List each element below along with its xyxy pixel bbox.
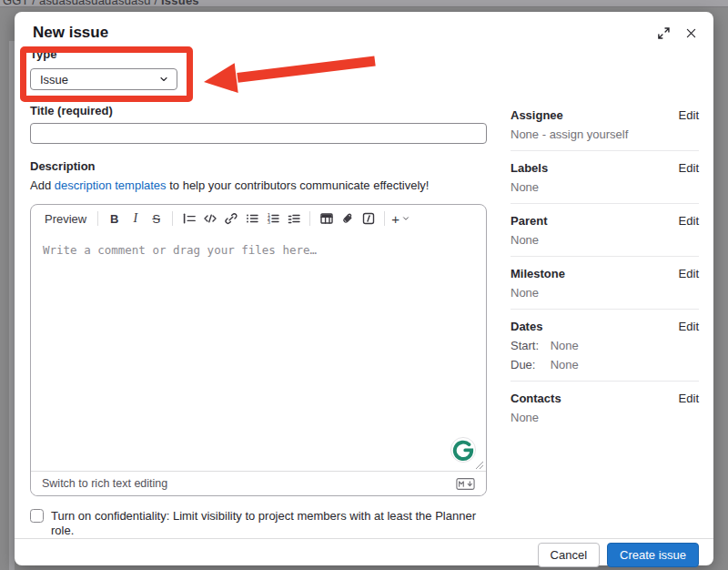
- confidentiality-checkbox[interactable]: [30, 509, 44, 523]
- plus-icon: +: [391, 211, 399, 227]
- italic-icon[interactable]: I: [125, 209, 146, 229]
- description-label: Description: [30, 160, 487, 173]
- close-icon[interactable]: [682, 25, 699, 41]
- type-select-value: Issue: [40, 73, 68, 87]
- assignee-title: Assignee: [511, 108, 563, 122]
- sidebar-section-contacts: Contacts Edit None: [511, 392, 699, 433]
- modal-title: New issue: [33, 24, 695, 42]
- bold-icon[interactable]: B: [104, 209, 125, 229]
- milestone-title: Milestone: [511, 267, 565, 280]
- breadcrumb: GGT / asdasdasdadasdasd / Issues: [3, 0, 199, 7]
- strikethrough-icon[interactable]: S: [146, 209, 167, 229]
- title-input[interactable]: [30, 123, 487, 144]
- modal-footer: Cancel Create issue: [15, 538, 713, 570]
- sidebar-section-labels: Labels Edit None: [511, 161, 699, 204]
- code-icon[interactable]: [199, 209, 220, 229]
- editor-toolbar: Preview B I S: [31, 205, 486, 232]
- milestone-value: None: [511, 286, 699, 300]
- type-label: Type: [30, 48, 487, 61]
- breadcrumb-current: Issues: [161, 0, 199, 7]
- type-select[interactable]: Issue: [30, 68, 177, 90]
- sidebar-section-dates: Dates Edit Start: None Due: None: [511, 320, 699, 382]
- due-date-value: None: [551, 358, 579, 372]
- due-date-label: Due:: [511, 358, 547, 372]
- dimmed-page-header: GGT / asdasdasdadasdasd / Issues: [0, 0, 728, 7]
- attach-icon[interactable]: [337, 209, 358, 229]
- new-issue-modal: New issue Type Issue: [15, 12, 713, 565]
- grammarly-icon[interactable]: [450, 436, 477, 463]
- title-label: Title (required): [30, 105, 487, 117]
- markdown-editor: Preview B I S: [30, 204, 487, 496]
- preview-button[interactable]: Preview: [39, 209, 92, 229]
- toolbar-divider: [97, 211, 98, 226]
- modal-body: Type Issue Title (required) Description …: [15, 48, 713, 538]
- description-templates-link[interactable]: description templates: [55, 178, 167, 192]
- chevron-down-icon: [158, 74, 169, 85]
- milestone-edit-button[interactable]: Edit: [679, 267, 699, 280]
- resize-handle[interactable]: [475, 461, 484, 470]
- start-date-label: Start:: [511, 339, 547, 352]
- create-issue-button[interactable]: Create issue: [607, 543, 699, 567]
- svg-text:3: 3: [268, 219, 270, 225]
- switch-rich-text-link[interactable]: Switch to rich text editing: [42, 477, 167, 490]
- toolbar-divider: [309, 211, 310, 226]
- confidentiality-row: Turn on confidentiality: Limit visibilit…: [30, 509, 487, 538]
- toolbar-divider: [172, 211, 173, 226]
- quick-action-icon[interactable]: [358, 209, 379, 229]
- description-field: Description Add description templates to…: [30, 160, 487, 193]
- sidebar-section-milestone: Milestone Edit None: [511, 267, 699, 310]
- bullet-list-icon[interactable]: [241, 209, 262, 229]
- breadcrumb-trail: GGT / asdasdasdadasdasd /: [3, 0, 161, 7]
- editor-footer: Switch to rich text editing: [31, 471, 486, 495]
- helper-prefix: Add: [30, 178, 55, 192]
- labels-value: None: [511, 180, 699, 194]
- parent-title: Parent: [511, 214, 547, 228]
- contacts-title: Contacts: [511, 392, 561, 405]
- title-field: Title (required): [30, 105, 487, 144]
- parent-value: None: [511, 233, 699, 247]
- labels-edit-button[interactable]: Edit: [679, 161, 699, 175]
- start-date-value: None: [551, 339, 579, 352]
- table-icon[interactable]: [316, 209, 337, 229]
- sidebar-section-assignee: Assignee Edit None - assign yourself: [511, 108, 699, 151]
- more-options-button[interactable]: +: [390, 209, 411, 229]
- parent-edit-button[interactable]: Edit: [679, 214, 699, 228]
- sidebar-section-parent: Parent Edit None: [511, 214, 699, 257]
- helper-suffix: to help your contributors communicate ef…: [167, 178, 430, 192]
- task-list-icon[interactable]: [283, 209, 304, 229]
- link-icon[interactable]: [220, 209, 241, 229]
- markdown-icon: [456, 478, 475, 490]
- dates-edit-button[interactable]: Edit: [679, 320, 699, 333]
- confidentiality-label: Turn on confidentiality: Limit visibilit…: [51, 509, 487, 538]
- assignee-value[interactable]: None - assign yourself: [511, 127, 699, 141]
- expand-icon[interactable]: [655, 25, 672, 41]
- issue-form: Type Issue Title (required) Description …: [30, 48, 487, 538]
- cancel-button[interactable]: Cancel: [538, 543, 600, 567]
- textarea-placeholder: Write a comment or drag your files here…: [43, 243, 317, 257]
- toolbar-divider: [384, 211, 385, 226]
- assignee-edit-button[interactable]: Edit: [679, 108, 699, 122]
- modal-header: New issue: [15, 12, 713, 48]
- issue-sidebar: Assignee Edit None - assign yourself Lab…: [511, 48, 699, 538]
- description-helper: Add description templates to help your c…: [30, 178, 487, 193]
- start-date-row: Start: None: [511, 339, 699, 352]
- contacts-value: None: [511, 411, 699, 424]
- ordered-list-icon[interactable]: 1 2 3: [262, 209, 283, 229]
- comment-textarea[interactable]: Write a comment or drag your files here…: [31, 232, 486, 471]
- quote-icon[interactable]: [178, 209, 199, 229]
- type-field: Type Issue: [30, 48, 487, 90]
- chevron-down-icon: [401, 214, 410, 223]
- contacts-edit-button[interactable]: Edit: [679, 392, 699, 405]
- dates-title: Dates: [511, 320, 542, 333]
- labels-title: Labels: [511, 161, 548, 175]
- due-date-row: Due: None: [511, 358, 699, 372]
